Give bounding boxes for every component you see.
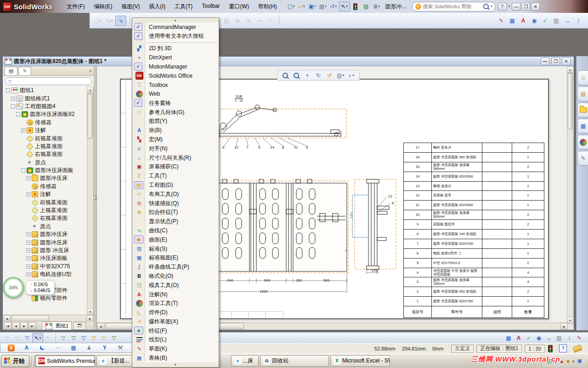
dropdown-caret-icon[interactable]: ▾: [293, 5, 295, 8]
auto-dimension-icon[interactable]: ↕: [573, 16, 583, 25]
expand-icon[interactable]: +: [26, 248, 30, 253]
format-painter-icon[interactable]: ▧: [554, 334, 564, 343]
last-sheet-icon[interactable]: ▶|: [28, 322, 36, 329]
quick-snaps-icon[interactable]: ◎: [134, 199, 144, 207]
features-icon[interactable]: ◈: [134, 327, 143, 334]
ime-keyboard-icon[interactable]: ▦: [68, 343, 79, 352]
balloon-icon[interactable]: ◉: [534, 334, 544, 343]
standard-icon[interactable]: ▥: [134, 245, 144, 253]
menu-item-焊件(D)[interactable]: ◺焊件(D): [132, 308, 219, 317]
menu-item-2D 到 3D[interactable]: ▞2D 到 3D: [132, 44, 219, 53]
extend-surface-icon[interactable]: ↦: [254, 16, 265, 25]
menu-item-曲面(E)[interactable]: ◆曲面(E): [132, 235, 219, 244]
menu-item-显示状态(P)[interactable]: 显示状态(P): [132, 217, 219, 226]
reference-geometry-icon[interactable]: ◇▾: [93, 16, 103, 25]
tree-item-传感器[interactable]: 传感器: [4, 119, 86, 126]
taskpane-tab-file-explorer-icon[interactable]: [577, 103, 588, 117]
print-icon[interactable]: ▤▾: [318, 2, 328, 11]
taskpane-tab-home-icon[interactable]: ⌂: [577, 70, 588, 85]
rotate-view-icon[interactable]: ↺: [324, 71, 334, 80]
curves-icon[interactable]: ∿: [134, 227, 144, 235]
expand-icon[interactable]: +: [26, 256, 30, 260]
doc-restore-button[interactable]: ❐: [551, 58, 560, 65]
menu-item-渲染工具(T)[interactable]: 渲染工具(T): [132, 299, 219, 308]
dropdown-caret-icon[interactable]: ▾: [335, 5, 337, 8]
scroll-down-icon[interactable]: ▼: [87, 308, 93, 315]
fastening-feature-icon[interactable]: ⊕: [134, 208, 144, 216]
menu-8[interactable]: 帮助(H): [254, 1, 282, 12]
menu-item-快速捕捉(Q)[interactable]: ◎快速捕捉(Q): [132, 199, 219, 208]
appearances-icon[interactable]: [578, 138, 588, 147]
expand-icon[interactable]: +: [11, 97, 15, 101]
volume-tray-icon[interactable]: ●: [572, 358, 575, 364]
weldments-icon[interactable]: ◺: [134, 309, 144, 316]
scroll-left-icon[interactable]: ◀: [3, 315, 11, 322]
menu-item-爆炸草图(X)[interactable]: ↗爆炸草图(X): [132, 317, 219, 327]
web-icon[interactable]: [134, 90, 144, 98]
line-format-icon[interactable]: [134, 336, 144, 344]
dropdown-caret-icon[interactable]: ▾: [40, 336, 41, 340]
ime-shirt-icon[interactable]: Y: [100, 343, 110, 352]
menu-item-特征(F)[interactable]: ◈特征(F): [132, 326, 219, 335]
dropdown-caret-icon[interactable]: ▾: [325, 5, 327, 8]
taskpane-tab-appearances-icon[interactable]: [577, 135, 588, 150]
tree-item-圆形冲压床[interactable]: +圆形冲压床: [4, 230, 86, 238]
menu-item-表格(B)[interactable]: ▦表格(B): [132, 354, 219, 363]
taskbar-button-3[interactable]: e...床: [231, 355, 259, 367]
filter-toggle-icon[interactable]: ▽: [22, 334, 32, 343]
expand-icon[interactable]: +: [26, 192, 30, 196]
balloon-icon[interactable]: ◉: [529, 16, 539, 25]
menu-item-扣合特征(T)[interactable]: ⊕扣合特征(T): [132, 208, 219, 217]
menu-item-使用带有文本的大按钮[interactable]: ✓使用带有文本的大按钮: [132, 32, 219, 41]
taskpane-tab-custom-properties-icon[interactable]: ✎: [577, 151, 588, 166]
dropdown-caret-icon[interactable]: ▾: [314, 5, 316, 8]
menu-2[interactable]: 编辑(E): [90, 1, 117, 12]
sketch-icon[interactable]: ✎: [574, 334, 584, 343]
drawing-vertical-scrollbar[interactable]: ▲ ▼: [567, 66, 573, 324]
filter-faces-icon[interactable]: ▽: [79, 334, 89, 343]
table-icon[interactable]: ▦: [503, 334, 514, 343]
ruled-surface-icon[interactable]: ▨: [221, 16, 232, 25]
menu-item-草图(K)[interactable]: ✎草图(K): [132, 345, 219, 354]
surfaces-icon[interactable]: ◆: [134, 236, 143, 243]
standard-views-icon[interactable]: ▦: [134, 254, 144, 262]
screen-capture-icon[interactable]: ▣: [134, 163, 144, 171]
tree-item-上视基准面[interactable]: 上视基准面: [4, 207, 86, 214]
dropdown-caret-icon[interactable]: ▾: [303, 5, 305, 8]
sketch-icon[interactable]: ✎: [134, 345, 144, 353]
network-speed-overlay[interactable]: 34% ↑ 0.1K/S ↓ 0.04K/S: [3, 277, 55, 298]
model-items-icon[interactable]: ↔: [562, 16, 572, 25]
doc-minimize-button[interactable]: —: [541, 58, 549, 65]
ime-tray-icon[interactable]: ▣: [577, 358, 582, 364]
tools-icon[interactable]: Σ: [134, 172, 144, 180]
taskpane-tab-view-palette-icon[interactable]: ▦: [577, 119, 588, 133]
menu-4[interactable]: 插入(I): [145, 1, 170, 12]
tree-item-圆形冲压床[interactable]: +圆形冲压床: [4, 174, 86, 182]
menu-item-工具(T)[interactable]: Σ工具(T): [132, 172, 219, 181]
tree-item-前视基准面[interactable]: 前视基准面: [4, 198, 86, 206]
menu-item-CommandManager[interactable]: ✓CommandManager: [132, 23, 219, 32]
prev-sheet-icon[interactable]: ◀: [12, 322, 20, 329]
tree-item-圆形 冲压床[interactable]: +圆形 冲压床: [4, 247, 86, 254]
collapse-icon[interactable]: -: [21, 168, 25, 172]
scroll-left-icon[interactable]: ◀: [97, 323, 104, 329]
ime-person-icon[interactable]: ♟: [84, 343, 94, 352]
replace-face-icon[interactable]: ⊕: [243, 16, 254, 25]
search-icon[interactable]: [483, 4, 489, 9]
save-icon[interactable]: ▣▾: [307, 2, 317, 11]
instant3d-icon[interactable]: ⇘: [115, 16, 126, 26]
menu-item-标准(S)[interactable]: ▥标准(S): [132, 244, 219, 253]
clear-filter-icon[interactable]: ▽: [12, 334, 22, 343]
add-sheet-tab[interactable]: 🗔: [73, 322, 86, 330]
collapse-icon[interactable]: -: [16, 112, 20, 116]
tree-item-圆形冲压床面板[interactable]: -圆形冲压床面板: [4, 167, 86, 174]
filter-vertices-icon[interactable]: ▽: [58, 334, 68, 343]
taskbar-button-4[interactable]: ♻回收站: [260, 355, 329, 367]
macro-icon[interactable]: ▚: [134, 136, 144, 144]
menu-item-线型(L)[interactable]: 线型(L): [132, 335, 219, 345]
align-icon[interactable]: ≡: [134, 144, 144, 152]
annotations-icon[interactable]: A: [134, 290, 144, 298]
display-style-icon[interactable]: ◐▾: [346, 71, 356, 80]
rebuild-icon[interactable]: [351, 2, 361, 11]
auto-dimension-icon[interactable]: ↕: [564, 334, 574, 343]
